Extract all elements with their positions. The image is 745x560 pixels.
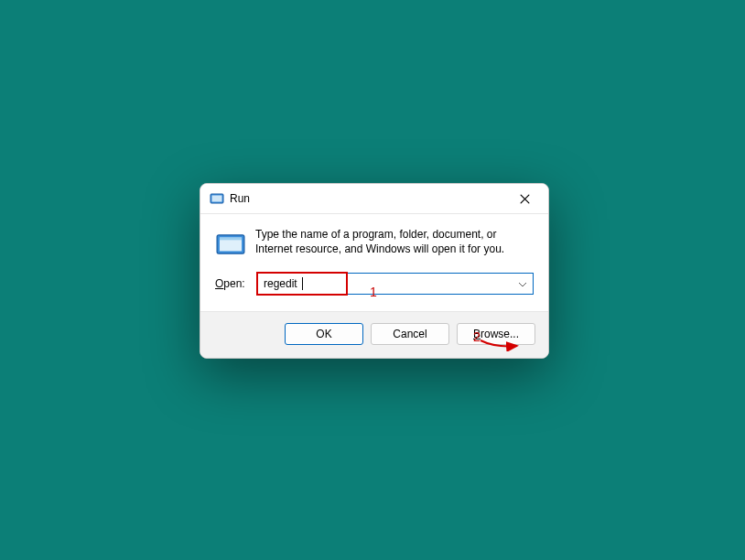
run-large-icon [215, 229, 246, 260]
titlebar[interactable]: Run [200, 184, 548, 214]
dialog-body: Type the name of a program, folder, docu… [200, 214, 548, 264]
close-button[interactable] [506, 186, 543, 211]
svg-rect-1 [212, 196, 222, 202]
ok-button[interactable]: OK [285, 323, 363, 345]
browse-button[interactable]: Browse... [457, 323, 535, 345]
text-caret [302, 277, 303, 290]
browse-button-label: Browse... [473, 328, 519, 340]
cancel-button-label: Cancel [393, 328, 426, 340]
chevron-down-icon[interactable] [518, 279, 527, 288]
open-input[interactable] [258, 274, 533, 294]
ok-button-label: OK [316, 328, 331, 340]
open-combobox[interactable] [257, 273, 534, 295]
run-dialog: Run Type the name of a program, folder, … [200, 183, 549, 359]
open-label: Open: [215, 277, 257, 290]
svg-rect-4 [220, 238, 242, 241]
run-icon [210, 191, 224, 206]
button-row: OK Cancel Browse... [200, 311, 548, 358]
open-row: Open: [200, 264, 548, 311]
dialog-title: Run [230, 192, 506, 205]
cancel-button[interactable]: Cancel [371, 323, 449, 345]
dialog-description: Type the name of a program, folder, docu… [255, 227, 534, 256]
